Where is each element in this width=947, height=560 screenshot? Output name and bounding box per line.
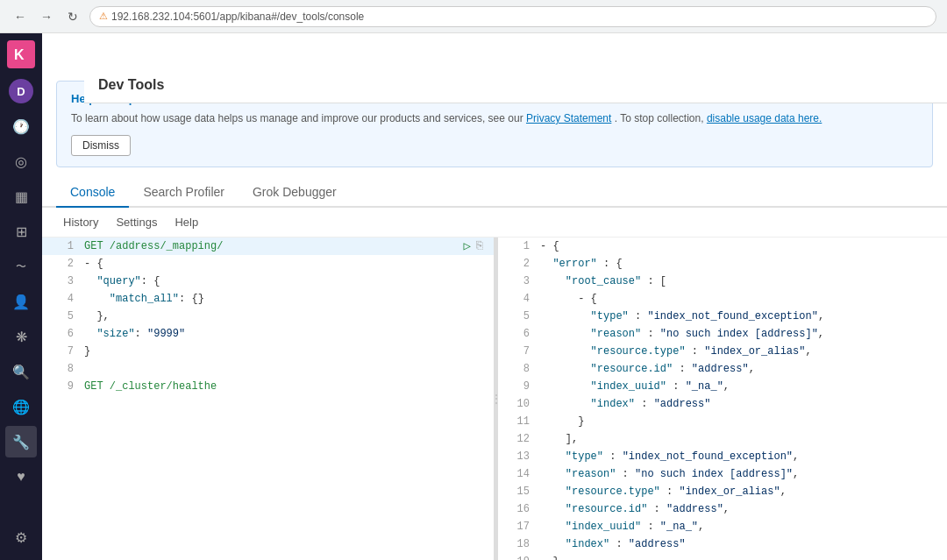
editor-line-5: 5 },: [42, 308, 494, 325]
out-num-8: 8: [505, 360, 530, 378]
output-line-4: 4 - {: [498, 290, 947, 308]
tab-console[interactable]: Console: [56, 178, 129, 208]
output-line-9: 9 "index_uuid" : "_na_",: [498, 378, 947, 395]
forward-button[interactable]: →: [37, 7, 56, 26]
out-num-7: 7: [505, 343, 530, 360]
out-content-14: "reason" : "no such index [address]",: [540, 465, 940, 483]
editor-line-8: 8: [42, 360, 494, 378]
run-icon[interactable]: ▷: [464, 237, 471, 255]
privacy-link[interactable]: Privacy Statement: [526, 112, 611, 124]
sidebar-cluster-btn[interactable]: ❋: [5, 321, 37, 352]
copy-icon[interactable]: ⎘: [476, 237, 483, 255]
out-num-13: 13: [505, 448, 530, 465]
output-line-2: 2 "error" : {: [498, 255, 947, 273]
out-num-14: 14: [505, 465, 530, 483]
output-line-16: 16 "resource.id" : "address",: [498, 500, 947, 518]
out-num-15: 15: [505, 483, 530, 500]
out-content-17: "index_uuid" : "_na_",: [540, 518, 940, 535]
help-button[interactable]: Help: [167, 213, 205, 231]
history-button[interactable]: History: [56, 213, 105, 231]
output-line-14: 14 "reason" : "no such index [address]",: [498, 465, 947, 483]
sidebar-settings-btn[interactable]: ⚙: [5, 521, 37, 553]
output-line-11: 11 }: [498, 413, 947, 430]
user-avatar: D: [9, 79, 33, 103]
line-content-4: "match_all": {}: [84, 290, 487, 308]
line-num-8: 8: [49, 360, 74, 378]
out-num-17: 17: [505, 518, 530, 535]
out-num-11: 11: [505, 413, 530, 430]
line-num-1: 1: [49, 237, 74, 255]
refresh-button[interactable]: ↻: [63, 7, 82, 26]
line-content-2: - {: [84, 255, 487, 273]
output-line-12: 12 ],: [498, 430, 947, 448]
line-content-6: "size": "9999": [84, 325, 487, 343]
editor-line-9: 9 GET /_cluster/healthe: [42, 378, 494, 395]
sidebar-user-btn[interactable]: 👤: [5, 286, 37, 317]
tab-search-profiler[interactable]: Search Profiler: [129, 178, 239, 208]
out-content-7: "resource.type" : "index_or_alias",: [540, 343, 940, 360]
out-content-8: "resource.id" : "address",: [540, 360, 940, 378]
line-num-2: 2: [49, 255, 74, 273]
app-container: K D 🕐 ◎ ▦ ⊞ 〜 👤 ❋ 🔍 🌐 🔧 ♥ ⚙ Dev Tools He…: [0, 33, 947, 560]
sidebar-discover-btn[interactable]: ◎: [5, 145, 37, 177]
dismiss-button[interactable]: Dismiss: [71, 135, 131, 156]
output-line-13: 13 "type" : "index_not_found_exception",: [498, 448, 947, 465]
editor-area: 1 GET /address/_mapping/ ▷ ⎘ 2 - {: [42, 237, 947, 560]
output-line-3: 3 "root_cause" : [: [498, 273, 947, 290]
editor-line-6: 6 "size": "9999": [42, 325, 494, 343]
tab-grok-debugger[interactable]: Grok Debugger: [239, 178, 351, 208]
line-content-5: },: [84, 308, 487, 325]
sidebar-visualize-btn[interactable]: ▦: [5, 181, 37, 212]
topbar: Dev Tools: [84, 67, 947, 103]
out-content-3: "root_cause" : [: [540, 273, 940, 290]
tabs-bar: Console Search Profiler Grok Debugger: [42, 178, 947, 208]
svg-text:K: K: [14, 47, 25, 62]
output-line-8: 8 "resource.id" : "address",: [498, 360, 947, 378]
sidebar-monitoring-btn[interactable]: ♥: [5, 461, 37, 493]
line-content-9: GET /_cluster/healthe: [84, 378, 487, 395]
console-toolbar: History Settings Help: [42, 208, 947, 237]
sidebar-timelion-btn[interactable]: 〜: [5, 251, 37, 282]
right-output-pane: 1 - { 2 "error" : { 3 "root_cause" : [ 4: [498, 237, 947, 560]
out-num-2: 2: [505, 255, 530, 273]
banner-body-prefix: To learn about how usage data helps us m…: [71, 112, 526, 124]
sidebar-dashboard-btn[interactable]: ⊞: [5, 216, 37, 247]
disable-link[interactable]: disable usage data here.: [707, 112, 822, 124]
line-num-4: 4: [49, 290, 74, 308]
out-num-19: 19: [505, 553, 530, 560]
main-content: Help us improve the Elastic Stack To lea…: [42, 70, 947, 560]
sidebar-devtools-btn[interactable]: 🔧: [5, 426, 37, 457]
output-line-5: 5 "type" : "index_not_found_exception",: [498, 308, 947, 325]
line-num-5: 5: [49, 308, 74, 325]
sidebar-recent-btn[interactable]: 🕐: [5, 110, 37, 142]
out-content-9: "index_uuid" : "_na_",: [540, 378, 940, 395]
settings-button[interactable]: Settings: [109, 213, 164, 231]
browser-chrome: ← → ↻ ⚠ 192.168.232.104:5601/app/kibana#…: [0, 0, 947, 33]
kibana-logo-svg: K: [7, 40, 35, 68]
editor-line-1: 1 GET /address/_mapping/ ▷ ⎘: [42, 237, 494, 255]
out-num-6: 6: [505, 325, 530, 343]
sidebar-search-btn[interactable]: 🔍: [5, 356, 37, 387]
out-num-9: 9: [505, 378, 530, 395]
output-line-1: 1 - {: [498, 237, 947, 255]
out-content-2: "error" : {: [540, 255, 940, 273]
out-content-16: "resource.id" : "address",: [540, 500, 940, 518]
out-content-10: "index" : "address": [540, 395, 940, 413]
out-num-4: 4: [505, 290, 530, 308]
line-num-6: 6: [49, 325, 74, 343]
out-content-19: },: [540, 553, 940, 560]
kibana-logo: K: [7, 40, 35, 68]
address-bar[interactable]: ⚠ 192.168.232.104:5601/app/kibana#/dev_t…: [89, 6, 936, 27]
sidebar-globe-btn[interactable]: 🌐: [5, 391, 37, 422]
out-num-10: 10: [505, 395, 530, 413]
app-title: Dev Tools: [98, 77, 164, 93]
back-button[interactable]: ←: [11, 7, 30, 26]
out-content-15: "resource.type" : "index_or_alias",: [540, 483, 940, 500]
editor-line-3: 3 "query": {: [42, 273, 494, 290]
line-content-7: }: [84, 343, 487, 360]
line-num-9: 9: [49, 378, 74, 395]
output-line-18: 18 "index" : "address": [498, 535, 947, 553]
editor-line-4: 4 "match_all": {}: [42, 290, 494, 308]
out-content-13: "type" : "index_not_found_exception",: [540, 448, 940, 465]
out-content-1: - {: [540, 237, 940, 255]
